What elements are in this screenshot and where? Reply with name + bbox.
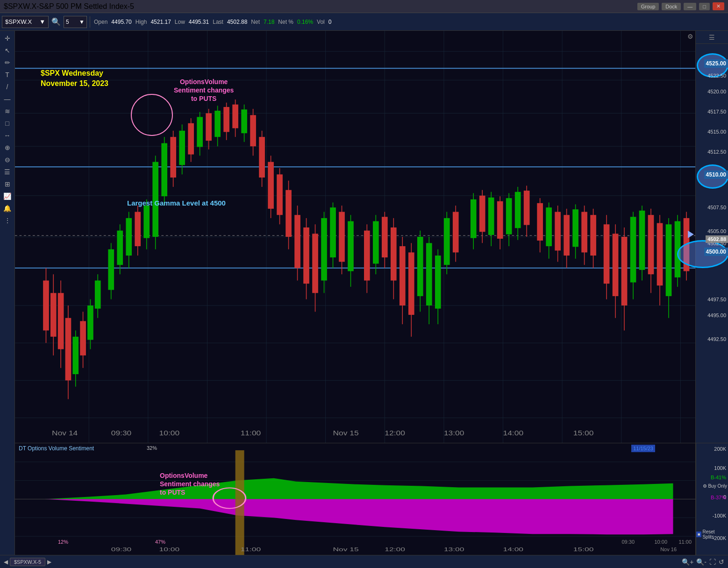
ticker-value: $SPXW.X: [5, 18, 32, 25]
svg-text:10:00: 10:00: [159, 429, 180, 436]
vol-100k: 100K: [714, 465, 726, 471]
svg-text:12:00: 12:00: [385, 429, 405, 436]
svg-text:09:30: 09:30: [111, 547, 132, 552]
alert-tool[interactable]: 🔔: [2, 203, 13, 214]
main-chart[interactable]: ⚙: [15, 31, 695, 443]
price-highlight-4510: 4510.00: [704, 170, 728, 179]
svg-rect-132: [515, 192, 521, 228]
svg-rect-90: [312, 234, 318, 293]
svg-rect-80: [268, 162, 274, 209]
price-4495: 4495.00: [707, 312, 726, 318]
settings-status-icon[interactable]: ↺: [719, 558, 724, 566]
puts-circle: [131, 94, 173, 136]
svg-rect-60: [179, 131, 185, 165]
rect-tool[interactable]: □: [2, 118, 13, 129]
price-4497: 4497.50: [707, 297, 726, 302]
zoom-out-status[interactable]: 🔍-: [696, 558, 707, 566]
nav-back-icon[interactable]: ◀: [4, 559, 8, 565]
svg-rect-98: [348, 221, 354, 271]
pointer-tool[interactable]: ↖: [2, 45, 13, 56]
svg-rect-42: [95, 281, 101, 309]
close-button[interactable]: ✕: [713, 2, 724, 10]
svg-text:Nov 15: Nov 15: [333, 547, 359, 552]
svg-rect-34: [65, 318, 71, 381]
title-bar: $SPXW.X-S&P 500 PM Settled Index-5 Group…: [0, 0, 728, 13]
pct32-label: 32%: [147, 445, 157, 451]
svg-rect-122: [471, 199, 477, 238]
chart-title-line2: November 15, 2023: [41, 78, 108, 89]
svg-text:10:00: 10:00: [159, 547, 180, 552]
low-label: Low: [175, 19, 185, 25]
measure-tool[interactable]: ↔: [2, 130, 13, 141]
zoom-in-status[interactable]: 🔍+: [682, 558, 693, 566]
svg-rect-108: [400, 246, 406, 305]
buy-only-label: ⚙ Buy Only: [703, 483, 727, 489]
svg-rect-72: [232, 105, 238, 128]
interval-value: 5: [66, 19, 69, 25]
svg-rect-106: [391, 227, 397, 281]
b37-label: B-37%: [711, 495, 726, 500]
svg-text:15:00: 15:00: [573, 547, 594, 552]
group-button[interactable]: Group: [637, 3, 659, 10]
scroll-tool[interactable]: ☰: [2, 166, 13, 178]
interval-dropdown-icon[interactable]: ▼: [79, 19, 85, 25]
price-4512: 4512.50: [707, 149, 726, 155]
svg-rect-134: [524, 191, 530, 225]
minimize-button[interactable]: —: [684, 3, 696, 10]
price-4505: 4505.00: [707, 228, 726, 234]
chart-toolbar: $SPXW.X ▼ 🔍 5 ▼ Open 4495.70 High 4521.1…: [0, 13, 728, 31]
current-price-label: 4502.88: [706, 235, 728, 243]
more-tools[interactable]: ⋮: [2, 215, 13, 226]
high-value: 4521.17: [150, 19, 171, 25]
svg-rect-152: [613, 234, 619, 296]
nav-forward-icon[interactable]: ▶: [47, 559, 51, 565]
vol-value: 0: [328, 19, 332, 25]
maximize-button[interactable]: □: [699, 3, 710, 10]
volume-panel-title: DT Options Volume Sentiment: [19, 445, 94, 452]
fullscreen-icon[interactable]: ⛶: [709, 558, 716, 566]
svg-rect-128: [497, 201, 503, 239]
separator-1: [90, 16, 90, 28]
date-label: 11/15/23: [629, 445, 657, 452]
svg-rect-162: [657, 223, 663, 286]
text-tool[interactable]: T: [2, 69, 13, 80]
puts-ann-line2: Sentiment changes: [174, 86, 234, 94]
svg-text:12:00: 12:00: [385, 547, 405, 552]
svg-text:13:00: 13:00: [444, 547, 464, 552]
line-tool[interactable]: /: [2, 81, 13, 92]
vol-time-11:00: 11:00: [678, 539, 692, 545]
netpct-value: 0.16%: [297, 19, 313, 25]
last-value: 4502.88: [227, 19, 247, 25]
open-label: Open: [94, 19, 107, 25]
svg-rect-32: [58, 293, 64, 349]
svg-rect-88: [303, 227, 309, 284]
crosshair-tool[interactable]: ✛: [2, 33, 13, 44]
search-icon[interactable]: 🔍: [50, 15, 63, 28]
status-tab-1[interactable]: $SPXW.X-5: [10, 558, 45, 566]
svg-rect-56: [161, 143, 167, 197]
status-bar: ◀ $SPXW.X-5 ▶ 🔍+ 🔍- ⛶ ↺: [0, 555, 728, 568]
high-label: High: [136, 19, 147, 25]
svg-rect-74: [241, 109, 247, 133]
hline-tool[interactable]: —: [2, 93, 13, 105]
ticker-dropdown-icon[interactable]: ▼: [39, 18, 45, 25]
svg-rect-46: [117, 231, 123, 265]
svg-rect-130: [506, 198, 512, 234]
indicator-tool[interactable]: 📈: [2, 191, 13, 202]
fib-tool[interactable]: ≋: [2, 106, 13, 117]
window-title: $SPXW.X-S&P 500 PM Settled Index-5: [4, 2, 134, 11]
ticker-selector[interactable]: $SPXW.X ▼: [2, 16, 49, 28]
reset-splits-btn[interactable]: ■ Reset Splits: [696, 529, 727, 540]
interval-selector[interactable]: 5 ▼: [64, 16, 87, 28]
svg-rect-136: [537, 203, 543, 241]
svg-rect-142: [564, 215, 570, 256]
volume-chart: 09:30 10:00 11:00 Nov 15 12:00 13:00 14:…: [15, 443, 695, 555]
zoom-out-tool[interactable]: ⊖: [2, 154, 13, 165]
dock-button[interactable]: Dock: [662, 3, 681, 10]
draw-tool[interactable]: ✏: [2, 57, 13, 68]
price-4517: 4517.50: [707, 109, 726, 114]
zoom-in-tool[interactable]: ⊕: [2, 142, 13, 153]
grid-tool[interactable]: ⊞: [2, 178, 13, 190]
svg-rect-140: [555, 212, 561, 251]
right-axis-settings[interactable]: ☰: [709, 34, 715, 41]
